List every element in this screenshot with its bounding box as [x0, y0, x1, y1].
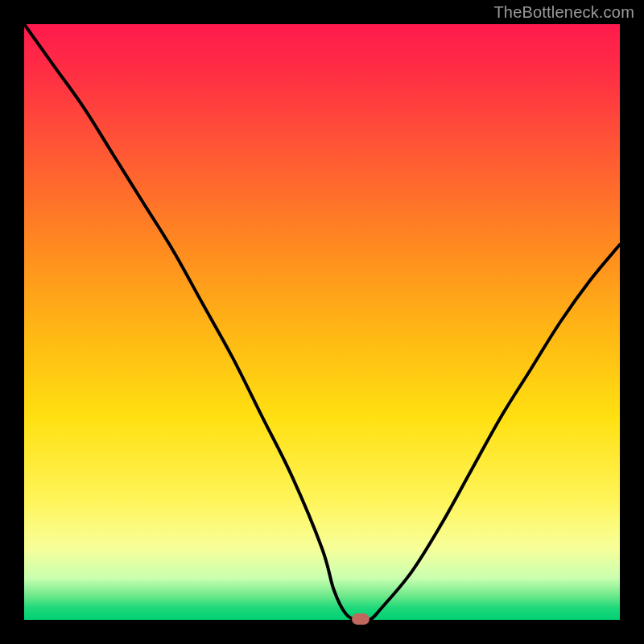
- optimal-marker: [352, 613, 369, 625]
- bottleneck-curve: [24, 24, 620, 620]
- plot-area: [24, 24, 620, 620]
- chart-frame: TheBottleneck.com: [0, 0, 644, 644]
- watermark-label: TheBottleneck.com: [493, 3, 634, 22]
